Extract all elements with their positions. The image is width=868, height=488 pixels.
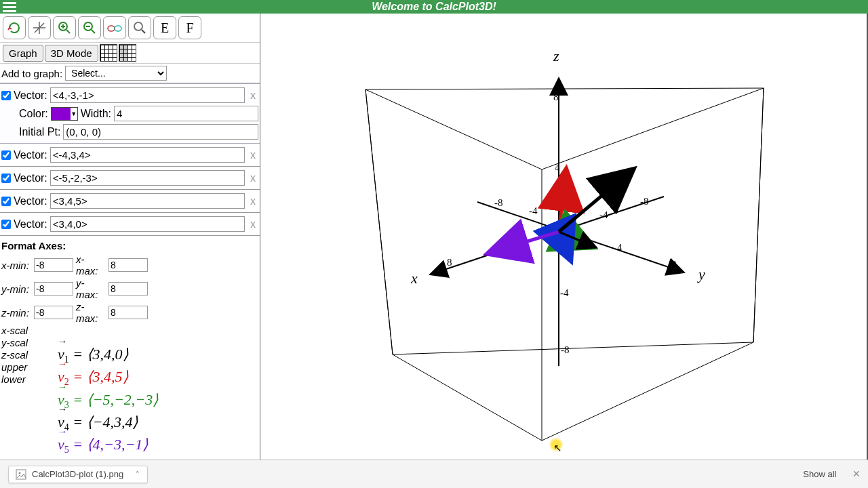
xmax-label: x-max:: [76, 253, 106, 277]
vector-label-3: Vector:: [14, 195, 47, 207]
ymax-input[interactable]: [108, 282, 148, 296]
vector-label-2: Vector:: [14, 172, 47, 184]
ymin-label: y-min:: [1, 283, 31, 295]
vector-delete-4[interactable]: x: [248, 218, 258, 230]
svg-text:-4: -4: [529, 205, 538, 216]
download-chip[interactable]: CalcPlot3D-plot (1).png ⌃: [8, 466, 148, 483]
plot-canvas[interactable]: 8 4 -4 -8 8 4 -4 -8 8 4 -4 -8: [260, 14, 868, 460]
ymin-input[interactable]: [34, 282, 73, 296]
zmin-input[interactable]: [34, 306, 73, 319]
vector-value-2[interactable]: [50, 170, 245, 186]
svg-text:-8: -8: [561, 344, 570, 355]
control-panel: E F Graph 3D Mode Add to graph: Select..…: [0, 14, 260, 460]
vector-enable-1[interactable]: [1, 150, 11, 160]
svg-line-27: [559, 168, 635, 232]
width-input-0[interactable]: [114, 106, 258, 121]
zoom-in-icon[interactable]: [53, 16, 76, 39]
vector-enable-4[interactable]: [1, 220, 11, 229]
yscal-label: y-scal: [1, 337, 31, 348]
app-header: Welcome to CalcPlot3D!: [0, 0, 868, 14]
svg-line-6: [366, 89, 393, 354]
cursor-icon: ↖: [553, 442, 562, 454]
initial-input-0[interactable]: [63, 124, 258, 140]
app-title: Welcome to CalcPlot3D!: [372, 1, 496, 13]
svg-line-23: [559, 174, 566, 232]
zoom-out-icon[interactable]: [78, 16, 101, 39]
f-button[interactable]: F: [178, 16, 201, 39]
search-icon[interactable]: [128, 16, 151, 39]
svg-point-2: [108, 26, 115, 31]
vector-value-3[interactable]: [50, 193, 245, 209]
svg-text:4: 4: [555, 162, 560, 173]
lower-label: lower: [1, 373, 31, 385]
vector-label-0: Vector:: [14, 89, 47, 102]
zmax-input[interactable]: [108, 306, 148, 319]
vector-block-1: Vector: x: [0, 144, 260, 167]
color-swatch-0: [52, 108, 71, 120]
vector-block-4: Vector: x: [0, 213, 260, 236]
vector-delete-2[interactable]: x: [248, 172, 258, 184]
xmin-label: x-min:: [1, 260, 31, 271]
vector-delete-3[interactable]: x: [248, 195, 258, 207]
vector-block-2: Vector: x: [0, 167, 260, 190]
vector-block-3: Vector: x: [0, 190, 260, 213]
vector-label-1: Vector:: [14, 149, 47, 161]
svg-point-30: [19, 472, 21, 474]
image-file-icon: [16, 469, 26, 480]
svg-text:8: 8: [447, 257, 452, 268]
close-icon[interactable]: ×: [852, 467, 860, 481]
vector-value-1[interactable]: [50, 147, 245, 163]
upper-label: upper: [1, 361, 31, 373]
axes-icon[interactable]: [28, 16, 51, 39]
grid-half-icon[interactable]: [119, 44, 136, 62]
menu-icon[interactable]: [0, 0, 19, 14]
vector-formulas: v1 = ⟨3,4,0⟩ v2 = ⟨3,4,5⟩ v3 = ⟨−5,−2,−3…: [58, 344, 159, 457]
svg-text:8: 8: [671, 259, 677, 270]
vector-delete-0[interactable]: x: [248, 89, 258, 102]
initial-label-0: Initial Pt:: [19, 126, 60, 138]
svg-text:-4: -4: [599, 209, 608, 220]
zmin-label: z-min:: [1, 307, 31, 319]
chevron-up-icon: ⌃: [134, 470, 140, 479]
width-label-0: Width:: [81, 108, 111, 120]
ymax-label: y-max:: [76, 277, 106, 300]
y-axis-label: y: [698, 266, 705, 283]
z-axis-label: z: [553, 47, 559, 65]
vector-block-0: Vector: x Color: ▼ Width: Initial Pt:: [0, 83, 260, 144]
svg-point-4: [134, 22, 142, 30]
color-picker-0[interactable]: ▼: [51, 107, 78, 121]
svg-text:-8: -8: [640, 196, 649, 207]
add-to-graph-row: Add to graph: Select...: [0, 64, 260, 83]
refresh-icon[interactable]: [3, 16, 26, 39]
add-select[interactable]: Select...: [65, 66, 167, 81]
show-all-button[interactable]: Show all: [795, 466, 844, 482]
color-label-0: Color:: [19, 108, 48, 120]
zmax-label: z-max:: [76, 301, 106, 324]
vector-enable-0[interactable]: [1, 91, 11, 100]
x-axis-label: x: [411, 270, 418, 287]
vector-value-0[interactable]: [50, 87, 245, 103]
chevron-down-icon: ▼: [71, 110, 77, 117]
vector-value-4[interactable]: [50, 216, 245, 232]
e-button[interactable]: E: [153, 16, 176, 39]
xmin-input[interactable]: [34, 258, 73, 272]
vector-label-4: Vector:: [14, 218, 47, 230]
svg-text:4: 4: [617, 242, 623, 253]
add-label: Add to graph:: [1, 68, 62, 79]
download-filename: CalcPlot3D-plot (1).png: [32, 469, 123, 479]
svg-marker-5: [366, 88, 764, 354]
vector-enable-2[interactable]: [1, 174, 11, 183]
svg-text:-8: -8: [494, 197, 503, 208]
mode-button[interactable]: 3D Mode: [45, 45, 98, 62]
xmax-input[interactable]: [108, 258, 148, 272]
glasses-icon[interactable]: [103, 16, 126, 39]
vector-delete-1[interactable]: x: [248, 149, 258, 161]
xscal-label: x-scal: [1, 325, 31, 336]
svg-text:8: 8: [553, 92, 559, 102]
graph-button[interactable]: Graph: [3, 45, 43, 62]
svg-line-7: [753, 88, 764, 342]
vector-enable-3[interactable]: [1, 197, 11, 206]
grid-full-icon[interactable]: [100, 44, 117, 62]
zscal-label: z-scal: [1, 349, 31, 361]
svg-point-3: [115, 26, 121, 31]
